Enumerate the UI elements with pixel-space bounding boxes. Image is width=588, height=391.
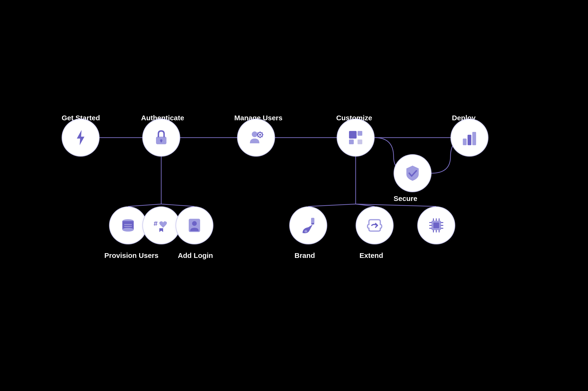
manage-users-icon xyxy=(247,128,266,147)
svg-rect-33 xyxy=(463,139,467,145)
svg-rect-45 xyxy=(311,218,314,223)
circle-deploy[interactable] xyxy=(450,119,488,157)
svg-rect-32 xyxy=(358,139,362,144)
node-manage-users xyxy=(237,119,275,157)
connection-lines xyxy=(0,0,588,391)
node-hash-heart: # xyxy=(142,206,180,244)
svg-point-20 xyxy=(259,134,261,136)
brand-icon xyxy=(299,216,318,235)
svg-line-10 xyxy=(356,204,375,206)
svg-line-25 xyxy=(258,133,258,133)
node-get-started xyxy=(62,119,100,157)
node-provision-users xyxy=(109,206,147,244)
svg-rect-46 xyxy=(311,223,314,224)
node-extend xyxy=(356,206,394,244)
label-secure: Secure xyxy=(394,195,417,203)
label-brand: Brand xyxy=(294,252,315,260)
deploy-icon xyxy=(460,128,479,147)
svg-rect-49 xyxy=(434,222,439,228)
svg-line-2 xyxy=(128,204,161,206)
node-deploy xyxy=(450,119,488,157)
circle-secure[interactable] xyxy=(394,154,432,192)
sdk-icon xyxy=(427,216,446,235)
svg-text:#: # xyxy=(154,219,158,227)
svg-rect-31 xyxy=(349,139,354,144)
circle-get-started[interactable] xyxy=(62,119,100,157)
node-authenticate xyxy=(142,119,180,157)
svg-line-28 xyxy=(262,133,262,133)
circle-customize[interactable] xyxy=(337,119,375,157)
secure-icon xyxy=(403,164,422,183)
hash-heart-icon: # xyxy=(152,216,171,235)
customize-icon xyxy=(346,128,365,147)
svg-point-18 xyxy=(252,131,257,137)
svg-line-26 xyxy=(262,136,262,137)
diagram-container: Get Started Authenticate Manage Users Cu… xyxy=(0,0,588,391)
svg-marker-14 xyxy=(77,130,84,145)
circle-sdk[interactable] xyxy=(417,206,455,244)
node-secure xyxy=(394,154,432,192)
circle-manage-users[interactable] xyxy=(237,119,275,157)
svg-rect-30 xyxy=(358,131,362,136)
circle-extend[interactable] xyxy=(356,206,394,244)
svg-rect-34 xyxy=(468,135,471,145)
node-customize xyxy=(337,119,375,157)
svg-line-8 xyxy=(308,204,356,206)
svg-marker-42 xyxy=(159,228,163,232)
provision-users-icon xyxy=(119,216,138,235)
lightning-icon xyxy=(71,128,90,147)
svg-point-38 xyxy=(122,228,134,232)
svg-point-44 xyxy=(192,221,197,226)
lock-icon xyxy=(152,128,171,147)
node-add-login xyxy=(175,206,213,244)
svg-line-5 xyxy=(161,204,194,206)
add-login-icon xyxy=(185,216,204,235)
svg-rect-29 xyxy=(349,131,357,139)
label-add-login: Add Login xyxy=(178,252,213,260)
svg-point-47 xyxy=(304,230,307,232)
circle-add-login[interactable] xyxy=(175,206,213,244)
node-brand xyxy=(289,206,327,244)
svg-rect-35 xyxy=(472,132,476,145)
circle-hash-heart[interactable]: # xyxy=(142,206,180,244)
svg-rect-17 xyxy=(160,140,162,142)
svg-line-27 xyxy=(258,136,258,137)
svg-line-12 xyxy=(356,204,436,206)
circle-brand[interactable] xyxy=(289,206,327,244)
circle-provision-users[interactable] xyxy=(109,206,147,244)
circle-authenticate[interactable] xyxy=(142,119,180,157)
label-extend: Extend xyxy=(360,252,383,260)
label-provision-users: Provision Users xyxy=(104,252,158,260)
extend-icon xyxy=(365,216,384,235)
node-sdk xyxy=(417,206,455,244)
